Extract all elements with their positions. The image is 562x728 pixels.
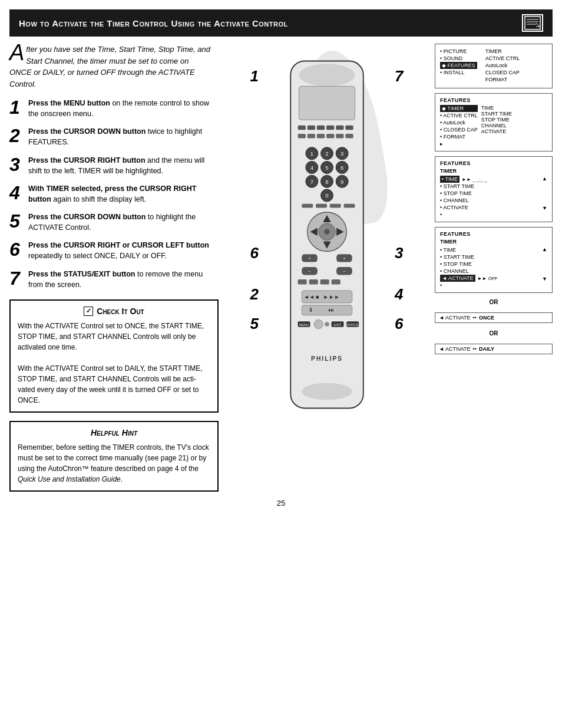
svg-text:+: +	[308, 256, 311, 261]
svg-text:■: ■	[315, 294, 319, 300]
svg-text:3: 3	[340, 150, 343, 157]
timer-bullet: •	[440, 211, 487, 218]
activate-once-label: ◄ ACTIVATE	[439, 315, 471, 321]
activate-daily-row: ◄ ACTIVATE •• DAILY	[435, 344, 553, 354]
remote-control-image: 1 2 3 4 5 6 7 8 9 0	[271, 55, 383, 420]
timer-time-active: • TIME	[440, 176, 459, 183]
menu-right-start-time: START TIME	[481, 111, 512, 117]
menu-right-stop-time: STOP TIME	[481, 117, 512, 123]
check-it-out-box: ✓ Check It Out With the ACTIVATE Control…	[9, 299, 219, 413]
menu-item-format: • FORMAT	[440, 133, 478, 140]
svg-rect-60	[320, 279, 329, 285]
svg-rect-18	[345, 134, 353, 139]
activate-once-arrow: ••	[473, 315, 477, 321]
arrow-down-3: ▼	[542, 205, 547, 211]
menu-screen-4: FEATURES TIMER • TIME • START TIME • STO…	[435, 227, 553, 293]
timer4-time: • TIME	[440, 246, 498, 253]
menu-right-time: TIME	[481, 105, 512, 111]
svg-point-79	[302, 383, 352, 400]
timer4-start-time: • START TIME	[440, 253, 498, 261]
menu-item-closed-cap: • CLOSED CAP	[440, 126, 478, 133]
step-1-number: 1	[9, 98, 24, 117]
menu-screen-1-right: TIMER ACTIVE CTRL AutoLock CLOSED CAP FO…	[485, 48, 520, 83]
svg-rect-39	[302, 204, 313, 208]
menu-item-install: • INSTALL	[440, 69, 477, 76]
step-3-bold: Press the CURSOR RIGHT button	[28, 156, 146, 164]
svg-rect-58	[297, 279, 306, 285]
menu-screen-3-subtitle: TIMER	[440, 168, 547, 174]
remote-label-6: 6	[250, 244, 259, 262]
menu-screen-2: FEATURES ◆ TIMER • ACTIVE CTRL • AutoLoc…	[435, 93, 553, 151]
svg-text:7: 7	[310, 179, 313, 185]
menu-screen-3-items: • TIME ►► _ _:_ _ • START TIME • STOP TI…	[440, 176, 487, 218]
step-7-number: 7	[9, 269, 24, 288]
svg-rect-7	[297, 126, 305, 130]
timer4-stop-time: • STOP TIME	[440, 261, 498, 268]
timer-stop-time: • STOP TIME	[440, 190, 487, 197]
svg-rect-16	[326, 134, 334, 139]
step-6-text: Press the CURSOR RIGHT or CUR­SOR LEFT b…	[28, 240, 219, 261]
svg-text:MENU: MENU	[299, 323, 309, 327]
svg-point-5	[299, 64, 355, 86]
menu-screen-4-items: • TIME • START TIME • STOP TIME • CHANNE…	[440, 246, 498, 289]
svg-rect-17	[336, 134, 343, 139]
step-2-text: Press the CURSOR DOWN button twice to hi…	[28, 126, 219, 147]
menu-right-activate: ACTIVATE	[481, 129, 512, 134]
activate-daily-label: ◄ ACTIVATE	[439, 346, 471, 352]
step-2-bold: Press the CURSOR DOWN button	[28, 127, 146, 136]
step-1: 1 Press the MENU button on the remote co…	[9, 98, 219, 119]
activate-once-value: ONCE	[479, 315, 494, 321]
svg-rect-42	[343, 204, 355, 208]
svg-rect-13	[297, 134, 305, 139]
left-column: A fter you have set the Time, Start Time…	[9, 44, 219, 492]
menu-screen-1: • PICTURE • SOUND ◆ FEATURES • INSTALL T…	[435, 44, 553, 88]
step-4-number: 4	[9, 183, 24, 202]
svg-text:8: 8	[325, 179, 328, 185]
remote-label-7: 7	[395, 67, 403, 85]
svg-text:5: 5	[325, 164, 328, 171]
svg-text:9: 9	[340, 179, 343, 185]
arrow-down-4: ▼	[542, 276, 547, 282]
step-3-number: 3	[9, 155, 24, 174]
svg-text:1: 1	[310, 150, 313, 157]
check-icon: ✓	[84, 307, 93, 316]
activate-daily-value: DAILY	[479, 346, 494, 352]
check-it-out-title: ✓ Check It Out	[18, 307, 210, 316]
step-1-text: Press the MENU button on the remote cont…	[28, 98, 219, 119]
page-header: How to Activate the Timer Control Using …	[9, 9, 553, 37]
helpful-hint-title: Helpful Hint	[18, 428, 210, 437]
or-divider-2: OR	[435, 330, 553, 337]
timer4-activate-active: ◄ ACTIVATE	[440, 275, 475, 282]
step-3: 3 Press the CURSOR RIGHT button and the …	[9, 155, 219, 176]
svg-rect-9	[316, 126, 324, 130]
svg-text:+: +	[343, 256, 346, 261]
step-7-text: Press the STATUS/EXIT button to remove t…	[28, 269, 219, 290]
drop-cap: A	[9, 44, 24, 61]
step-2-number: 2	[9, 126, 24, 145]
timer4-channel: • CHANNEL	[440, 268, 498, 275]
header-icon	[522, 14, 543, 32]
step-6-number: 6	[9, 240, 24, 259]
menu-screen-2-title: FEATURES	[440, 97, 547, 103]
timer4-activate-value: ►► OFF	[478, 276, 498, 281]
remote-wrapper: 1 6 2 5 7 3 4 6	[250, 55, 404, 420]
svg-rect-40	[316, 204, 327, 208]
timer4-bullet: •	[440, 282, 498, 289]
menu-right-closed-cap: CLOSED CAP	[485, 69, 520, 76]
activate-daily-arrow: ••	[473, 346, 477, 352]
step-6-bold: Press the CURSOR RIGHT or CUR­SOR LEFT b…	[28, 241, 209, 249]
svg-rect-0	[525, 17, 540, 29]
svg-text:PHILIPS: PHILIPS	[311, 355, 343, 362]
svg-point-72	[314, 319, 323, 328]
svg-text:►: ►	[323, 294, 328, 300]
svg-rect-61	[331, 279, 340, 285]
menu-right-channel: CHANNEL	[481, 123, 512, 129]
menu-item-timer-highlighted: ◆ TIMER	[440, 105, 478, 112]
menu-item-autolock: • AutoLock	[440, 119, 478, 126]
remote-label-6b: 6	[395, 315, 403, 333]
timer-start-time: • START TIME	[440, 183, 487, 190]
step-2: 2 Press the CURSOR DOWN button twice to …	[9, 126, 219, 147]
svg-rect-59	[309, 279, 318, 285]
svg-rect-8	[307, 126, 315, 130]
menu-item-sound: • SOUND	[440, 55, 477, 62]
